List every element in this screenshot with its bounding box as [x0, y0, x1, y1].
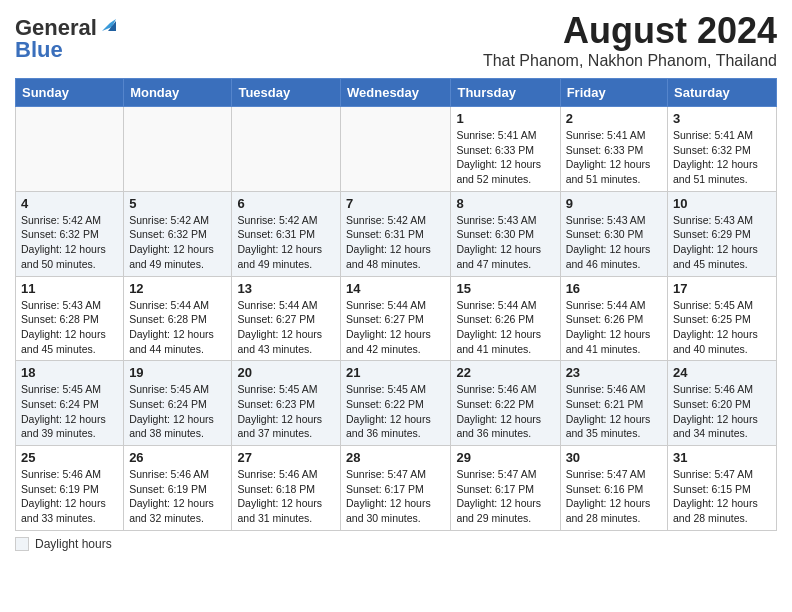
day-info: Sunrise: 5:45 AMSunset: 6:24 PMDaylight:… — [129, 382, 226, 441]
day-number: 31 — [673, 450, 771, 465]
day-number: 13 — [237, 281, 335, 296]
calendar-day-cell: 6Sunrise: 5:42 AMSunset: 6:31 PMDaylight… — [232, 191, 341, 276]
calendar-day-cell: 25Sunrise: 5:46 AMSunset: 6:19 PMDayligh… — [16, 446, 124, 531]
calendar-day-cell: 30Sunrise: 5:47 AMSunset: 6:16 PMDayligh… — [560, 446, 667, 531]
weekday-header-sunday: Sunday — [16, 79, 124, 107]
day-info: Sunrise: 5:44 AMSunset: 6:28 PMDaylight:… — [129, 298, 226, 357]
day-info: Sunrise: 5:46 AMSunset: 6:19 PMDaylight:… — [129, 467, 226, 526]
calendar-day-cell: 10Sunrise: 5:43 AMSunset: 6:29 PMDayligh… — [668, 191, 777, 276]
day-number: 22 — [456, 365, 554, 380]
calendar-day-cell: 5Sunrise: 5:42 AMSunset: 6:32 PMDaylight… — [124, 191, 232, 276]
calendar-day-cell: 19Sunrise: 5:45 AMSunset: 6:24 PMDayligh… — [124, 361, 232, 446]
day-info: Sunrise: 5:41 AMSunset: 6:32 PMDaylight:… — [673, 128, 771, 187]
day-number: 15 — [456, 281, 554, 296]
day-info: Sunrise: 5:43 AMSunset: 6:29 PMDaylight:… — [673, 213, 771, 272]
day-info: Sunrise: 5:47 AMSunset: 6:16 PMDaylight:… — [566, 467, 662, 526]
day-number: 21 — [346, 365, 445, 380]
calendar-day-cell: 18Sunrise: 5:45 AMSunset: 6:24 PMDayligh… — [16, 361, 124, 446]
header: General Blue August 2024 That Phanom, Na… — [15, 10, 777, 70]
calendar-week-row: 18Sunrise: 5:45 AMSunset: 6:24 PMDayligh… — [16, 361, 777, 446]
calendar-day-cell: 16Sunrise: 5:44 AMSunset: 6:26 PMDayligh… — [560, 276, 667, 361]
day-info: Sunrise: 5:47 AMSunset: 6:17 PMDaylight:… — [346, 467, 445, 526]
day-info: Sunrise: 5:47 AMSunset: 6:17 PMDaylight:… — [456, 467, 554, 526]
day-info: Sunrise: 5:45 AMSunset: 6:22 PMDaylight:… — [346, 382, 445, 441]
day-number: 20 — [237, 365, 335, 380]
calendar-day-cell — [341, 107, 451, 192]
day-number: 1 — [456, 111, 554, 126]
day-number: 19 — [129, 365, 226, 380]
logo: General Blue — [15, 10, 116, 63]
weekday-header-thursday: Thursday — [451, 79, 560, 107]
day-number: 12 — [129, 281, 226, 296]
day-number: 11 — [21, 281, 118, 296]
logo-bird-icon — [98, 17, 116, 35]
calendar-day-cell: 13Sunrise: 5:44 AMSunset: 6:27 PMDayligh… — [232, 276, 341, 361]
day-info: Sunrise: 5:42 AMSunset: 6:31 PMDaylight:… — [346, 213, 445, 272]
day-info: Sunrise: 5:42 AMSunset: 6:32 PMDaylight:… — [129, 213, 226, 272]
day-info: Sunrise: 5:46 AMSunset: 6:21 PMDaylight:… — [566, 382, 662, 441]
legend-color-box — [15, 537, 29, 551]
page-subtitle: That Phanom, Nakhon Phanom, Thailand — [483, 52, 777, 70]
weekday-header-monday: Monday — [124, 79, 232, 107]
day-info: Sunrise: 5:45 AMSunset: 6:23 PMDaylight:… — [237, 382, 335, 441]
calendar-day-cell: 28Sunrise: 5:47 AMSunset: 6:17 PMDayligh… — [341, 446, 451, 531]
day-number: 14 — [346, 281, 445, 296]
day-info: Sunrise: 5:43 AMSunset: 6:30 PMDaylight:… — [456, 213, 554, 272]
day-info: Sunrise: 5:43 AMSunset: 6:30 PMDaylight:… — [566, 213, 662, 272]
day-info: Sunrise: 5:44 AMSunset: 6:26 PMDaylight:… — [456, 298, 554, 357]
day-number: 18 — [21, 365, 118, 380]
calendar-day-cell: 15Sunrise: 5:44 AMSunset: 6:26 PMDayligh… — [451, 276, 560, 361]
day-info: Sunrise: 5:41 AMSunset: 6:33 PMDaylight:… — [456, 128, 554, 187]
weekday-header-friday: Friday — [560, 79, 667, 107]
calendar-day-cell: 17Sunrise: 5:45 AMSunset: 6:25 PMDayligh… — [668, 276, 777, 361]
day-info: Sunrise: 5:44 AMSunset: 6:27 PMDaylight:… — [237, 298, 335, 357]
day-number: 26 — [129, 450, 226, 465]
day-info: Sunrise: 5:45 AMSunset: 6:25 PMDaylight:… — [673, 298, 771, 357]
day-number: 3 — [673, 111, 771, 126]
day-info: Sunrise: 5:46 AMSunset: 6:18 PMDaylight:… — [237, 467, 335, 526]
day-info: Sunrise: 5:42 AMSunset: 6:31 PMDaylight:… — [237, 213, 335, 272]
calendar-day-cell: 14Sunrise: 5:44 AMSunset: 6:27 PMDayligh… — [341, 276, 451, 361]
day-info: Sunrise: 5:44 AMSunset: 6:26 PMDaylight:… — [566, 298, 662, 357]
day-number: 17 — [673, 281, 771, 296]
legend-label: Daylight hours — [35, 537, 112, 551]
day-number: 5 — [129, 196, 226, 211]
day-number: 9 — [566, 196, 662, 211]
calendar-day-cell: 12Sunrise: 5:44 AMSunset: 6:28 PMDayligh… — [124, 276, 232, 361]
calendar-day-cell: 23Sunrise: 5:46 AMSunset: 6:21 PMDayligh… — [560, 361, 667, 446]
day-number: 29 — [456, 450, 554, 465]
calendar-day-cell — [16, 107, 124, 192]
day-number: 24 — [673, 365, 771, 380]
calendar-day-cell: 27Sunrise: 5:46 AMSunset: 6:18 PMDayligh… — [232, 446, 341, 531]
calendar-table: SundayMondayTuesdayWednesdayThursdayFrid… — [15, 78, 777, 531]
calendar-day-cell: 4Sunrise: 5:42 AMSunset: 6:32 PMDaylight… — [16, 191, 124, 276]
day-number: 16 — [566, 281, 662, 296]
day-number: 23 — [566, 365, 662, 380]
day-number: 28 — [346, 450, 445, 465]
day-info: Sunrise: 5:46 AMSunset: 6:19 PMDaylight:… — [21, 467, 118, 526]
logo-blue: Blue — [15, 37, 63, 63]
weekday-header-tuesday: Tuesday — [232, 79, 341, 107]
calendar-day-cell: 29Sunrise: 5:47 AMSunset: 6:17 PMDayligh… — [451, 446, 560, 531]
day-number: 27 — [237, 450, 335, 465]
calendar-day-cell: 2Sunrise: 5:41 AMSunset: 6:33 PMDaylight… — [560, 107, 667, 192]
calendar-day-cell: 9Sunrise: 5:43 AMSunset: 6:30 PMDaylight… — [560, 191, 667, 276]
calendar-day-cell: 8Sunrise: 5:43 AMSunset: 6:30 PMDaylight… — [451, 191, 560, 276]
day-info: Sunrise: 5:43 AMSunset: 6:28 PMDaylight:… — [21, 298, 118, 357]
calendar-day-cell: 26Sunrise: 5:46 AMSunset: 6:19 PMDayligh… — [124, 446, 232, 531]
day-info: Sunrise: 5:42 AMSunset: 6:32 PMDaylight:… — [21, 213, 118, 272]
calendar-day-cell: 22Sunrise: 5:46 AMSunset: 6:22 PMDayligh… — [451, 361, 560, 446]
day-number: 8 — [456, 196, 554, 211]
calendar-day-cell: 1Sunrise: 5:41 AMSunset: 6:33 PMDaylight… — [451, 107, 560, 192]
day-info: Sunrise: 5:47 AMSunset: 6:15 PMDaylight:… — [673, 467, 771, 526]
day-info: Sunrise: 5:46 AMSunset: 6:22 PMDaylight:… — [456, 382, 554, 441]
day-number: 30 — [566, 450, 662, 465]
day-info: Sunrise: 5:44 AMSunset: 6:27 PMDaylight:… — [346, 298, 445, 357]
day-number: 2 — [566, 111, 662, 126]
title-area: August 2024 That Phanom, Nakhon Phanom, … — [483, 10, 777, 70]
calendar-week-row: 25Sunrise: 5:46 AMSunset: 6:19 PMDayligh… — [16, 446, 777, 531]
calendar-day-cell — [124, 107, 232, 192]
weekday-header-wednesday: Wednesday — [341, 79, 451, 107]
calendar-day-cell: 20Sunrise: 5:45 AMSunset: 6:23 PMDayligh… — [232, 361, 341, 446]
calendar-week-row: 4Sunrise: 5:42 AMSunset: 6:32 PMDaylight… — [16, 191, 777, 276]
